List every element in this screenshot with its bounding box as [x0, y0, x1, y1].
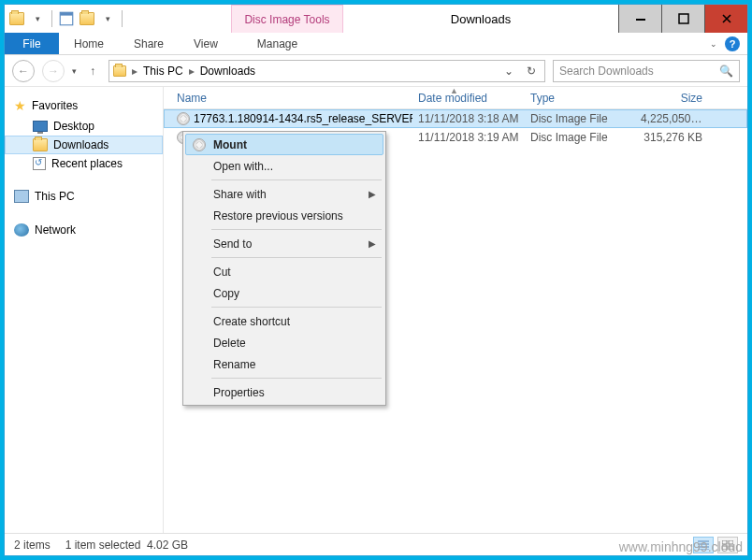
quick-access-toolbar: ▾ ▾ [5, 5, 128, 33]
status-selection: 1 item selected 4.02 GB [65, 538, 188, 552]
maximize-button[interactable] [661, 5, 704, 33]
file-name: 17763.1.180914-1434.rs5_release_SERVERE.… [194, 112, 412, 125]
close-button[interactable] [704, 5, 747, 33]
home-tab[interactable]: Home [59, 33, 119, 54]
svg-rect-3 [679, 14, 688, 23]
ctx-send-to[interactable]: Send to▶ [185, 233, 383, 254]
separator [122, 10, 123, 27]
nav-label: Downloads [53, 138, 108, 151]
nav-item-recent-places[interactable]: Recent places [5, 154, 163, 173]
manage-tab[interactable]: Manage [242, 33, 312, 54]
separator [211, 179, 382, 180]
file-size: 4,225,050 KB [635, 112, 708, 125]
folder-icon [33, 138, 48, 151]
up-button[interactable]: ↑ [84, 63, 101, 79]
separator [211, 307, 382, 308]
column-header-type[interactable]: Type [525, 92, 635, 105]
watermark: www.minhng99.cloud [619, 539, 743, 554]
ctx-share-with[interactable]: Share with▶ [185, 183, 383, 205]
context-menu: Mount Open with... Share with▶ Restore p… [182, 131, 386, 406]
chevron-right-icon[interactable]: ▸ [132, 65, 137, 78]
address-dropdown-icon[interactable]: ⌄ [499, 65, 518, 78]
down-arrow-icon[interactable]: ▾ [29, 10, 46, 27]
network-icon [14, 223, 29, 237]
nav-label: Recent places [51, 157, 123, 170]
ctx-mount[interactable]: Mount [185, 134, 383, 155]
file-size: 315,276 KB [635, 131, 708, 144]
view-tab[interactable]: View [179, 33, 233, 54]
help-icon[interactable]: ? [725, 36, 740, 51]
star-icon: ★ [14, 98, 26, 113]
svg-rect-2 [636, 19, 645, 21]
separator [211, 378, 382, 379]
column-header-date[interactable]: Date modified [412, 92, 525, 105]
breadcrumb-root[interactable]: This PC [143, 65, 183, 78]
folder-icon [8, 10, 25, 27]
down-arrow-icon[interactable]: ▾ [99, 10, 116, 27]
search-icon[interactable]: 🔍 [719, 65, 733, 78]
desktop-icon [33, 121, 48, 132]
ctx-delete[interactable]: Delete [185, 332, 383, 353]
column-header-name[interactable]: Name [171, 92, 412, 105]
ctx-open-with[interactable]: Open with... [185, 155, 383, 177]
column-headers: Name Date modified Type Size ▲ [164, 87, 747, 109]
forward-button[interactable]: → [42, 60, 65, 82]
separator [211, 257, 382, 258]
expand-ribbon-icon[interactable]: ⌄ [710, 39, 717, 49]
nav-item-downloads[interactable]: Downloads [5, 136, 163, 154]
ctx-copy[interactable]: Copy [185, 282, 383, 304]
refresh-icon[interactable]: ↻ [522, 65, 541, 78]
ctx-cut[interactable]: Cut [185, 261, 383, 282]
chevron-right-icon[interactable]: ▸ [189, 65, 195, 78]
disc-icon [192, 137, 207, 152]
chevron-right-icon: ▶ [369, 189, 376, 199]
titlebar: ▾ ▾ Disc Image Tools Downloads [5, 5, 747, 33]
search-input[interactable] [559, 65, 714, 78]
minimize-button[interactable] [618, 5, 661, 33]
recent-icon [33, 157, 46, 170]
separator [51, 10, 52, 27]
folder-icon [113, 65, 126, 77]
file-tab[interactable]: File [5, 33, 59, 54]
nav-label: Favorites [32, 99, 78, 112]
nav-item-this-pc[interactable]: This PC [5, 186, 163, 207]
status-item-count: 2 items [14, 538, 51, 552]
file-date: 11/11/2018 3:19 AM [412, 131, 525, 144]
nav-item-network[interactable]: Network [5, 220, 163, 240]
file-type: Disc Image File [525, 112, 635, 125]
ctx-properties[interactable]: Properties [185, 381, 383, 403]
window-buttons [618, 5, 747, 33]
sort-indicator-icon: ▲ [450, 86, 458, 95]
ctx-create-shortcut[interactable]: Create shortcut [185, 310, 383, 332]
navigation-pane: ★ Favorites Desktop Downloads Recent pla… [5, 87, 164, 533]
file-type: Disc Image File [525, 131, 635, 144]
ctx-rename[interactable]: Rename [185, 353, 383, 375]
separator [211, 229, 382, 230]
nav-label: Network [35, 223, 76, 237]
address-bar-row: ← → ▾ ↑ ▸ This PC ▸ Downloads ⌄ ↻ 🔍 [5, 55, 747, 87]
address-bar[interactable]: ▸ This PC ▸ Downloads ⌄ ↻ [108, 60, 545, 82]
breadcrumb-folder[interactable]: Downloads [200, 65, 255, 78]
new-folder-icon[interactable] [79, 10, 95, 27]
properties-icon[interactable] [58, 10, 75, 27]
share-tab[interactable]: Share [119, 33, 179, 54]
nav-label: Desktop [53, 120, 94, 133]
nav-item-desktop[interactable]: Desktop [5, 117, 163, 136]
contextual-tab-disc-image-tools: Disc Image Tools [231, 5, 343, 33]
ctx-restore-previous[interactable]: Restore previous versions [185, 205, 383, 226]
ribbon-tabs: File Home Share View Manage ⌄ ? [5, 33, 747, 55]
search-box[interactable]: 🔍 [553, 60, 740, 82]
chevron-right-icon: ▶ [369, 238, 376, 249]
history-dropdown-icon[interactable]: ▾ [72, 66, 77, 76]
svg-rect-1 [60, 12, 73, 15]
file-date: 11/11/2018 3:18 AM [412, 112, 525, 125]
window-title: Downloads [343, 5, 618, 33]
nav-label: This PC [35, 190, 75, 203]
pc-icon [14, 190, 29, 203]
file-row[interactable]: 17763.1.180914-1434.rs5_release_SERVERE.… [164, 109, 747, 128]
back-button[interactable]: ← [12, 60, 35, 82]
disc-image-icon [177, 112, 190, 125]
column-header-size[interactable]: Size [635, 92, 708, 105]
nav-group-favorites[interactable]: ★ Favorites [5, 94, 163, 117]
